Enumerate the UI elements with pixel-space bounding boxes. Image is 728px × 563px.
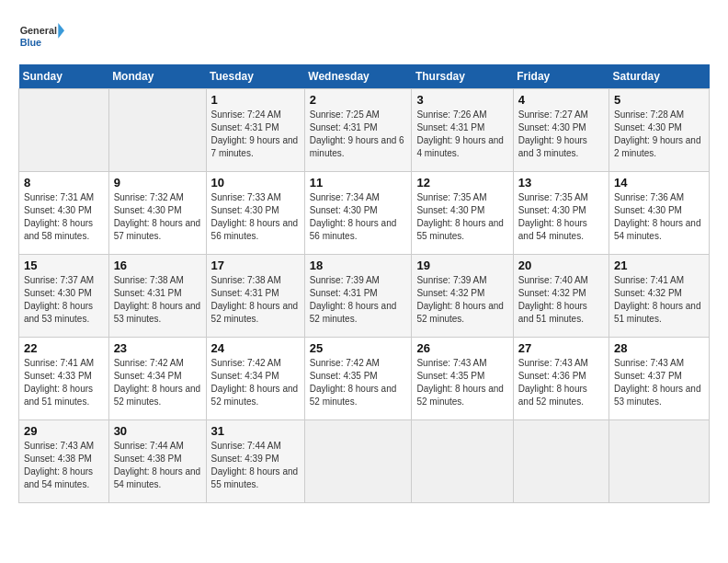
calendar-cell: 31 Sunrise: 7:44 AM Sunset: 4:39 PM Dayl… <box>206 420 304 503</box>
calendar-week-row: 29 Sunrise: 7:43 AM Sunset: 4:38 PM Dayl… <box>19 420 710 503</box>
day-number: 3 <box>416 93 507 107</box>
day-info: Sunrise: 7:42 AM Sunset: 4:34 PM Dayligh… <box>211 357 300 408</box>
day-info: Sunrise: 7:43 AM Sunset: 4:36 PM Dayligh… <box>518 357 604 408</box>
day-number: 22 <box>24 341 104 355</box>
day-number: 20 <box>518 259 604 272</box>
day-number: 11 <box>310 176 407 190</box>
day-number: 4 <box>518 93 604 107</box>
col-header-sunday: Sunday <box>19 64 109 89</box>
calendar-cell <box>513 420 609 503</box>
day-number: 24 <box>211 341 300 355</box>
day-number: 9 <box>114 176 201 190</box>
day-number: 31 <box>211 424 300 438</box>
day-number: 26 <box>416 341 507 355</box>
day-info: Sunrise: 7:34 AM Sunset: 4:30 PM Dayligh… <box>310 191 407 243</box>
calendar-cell: 25 Sunrise: 7:42 AM Sunset: 4:35 PM Dayl… <box>304 338 412 420</box>
calendar-cell: 21 Sunrise: 7:41 AM Sunset: 4:32 PM Dayl… <box>609 255 709 338</box>
day-info: Sunrise: 7:43 AM Sunset: 4:35 PM Dayligh… <box>416 357 507 408</box>
calendar-cell <box>19 89 109 172</box>
calendar-header-row: SundayMondayTuesdayWednesdayThursdayFrid… <box>19 64 710 89</box>
calendar-week-row: 8 Sunrise: 7:31 AM Sunset: 4:30 PM Dayli… <box>19 172 710 255</box>
day-number: 2 <box>310 93 407 107</box>
calendar-cell: 10 Sunrise: 7:33 AM Sunset: 4:30 PM Dayl… <box>206 172 304 255</box>
day-info: Sunrise: 7:44 AM Sunset: 4:38 PM Dayligh… <box>114 440 201 491</box>
day-number: 13 <box>518 176 604 190</box>
day-number: 5 <box>614 93 704 107</box>
day-number: 12 <box>416 176 507 190</box>
calendar-cell: 1 Sunrise: 7:24 AM Sunset: 4:31 PM Dayli… <box>206 89 304 172</box>
day-number: 10 <box>211 176 300 190</box>
calendar-cell: 14 Sunrise: 7:36 AM Sunset: 4:30 PM Dayl… <box>609 172 709 255</box>
day-number: 30 <box>114 424 201 438</box>
calendar-cell: 15 Sunrise: 7:37 AM Sunset: 4:30 PM Dayl… <box>19 255 109 338</box>
col-header-tuesday: Tuesday <box>206 64 304 89</box>
day-info: Sunrise: 7:26 AM Sunset: 4:31 PM Dayligh… <box>416 109 507 160</box>
calendar-cell: 24 Sunrise: 7:42 AM Sunset: 4:34 PM Dayl… <box>206 338 304 420</box>
day-info: Sunrise: 7:40 AM Sunset: 4:32 PM Dayligh… <box>518 274 604 326</box>
col-header-wednesday: Wednesday <box>304 64 412 89</box>
calendar-cell <box>304 420 412 503</box>
day-number: 18 <box>310 259 407 272</box>
calendar-cell <box>412 420 513 503</box>
day-number: 28 <box>614 341 704 355</box>
calendar-cell: 16 Sunrise: 7:38 AM Sunset: 4:31 PM Dayl… <box>108 255 206 338</box>
day-number: 15 <box>24 259 104 272</box>
calendar-cell: 5 Sunrise: 7:28 AM Sunset: 4:30 PM Dayli… <box>609 89 709 172</box>
page-container: General Blue SundayMondayTuesdayWednesda… <box>18 18 710 503</box>
col-header-monday: Monday <box>108 64 206 89</box>
calendar-week-row: 22 Sunrise: 7:41 AM Sunset: 4:33 PM Dayl… <box>19 338 710 420</box>
calendar-cell: 12 Sunrise: 7:35 AM Sunset: 4:30 PM Dayl… <box>412 172 513 255</box>
day-info: Sunrise: 7:42 AM Sunset: 4:34 PM Dayligh… <box>114 357 201 408</box>
calendar-cell: 17 Sunrise: 7:38 AM Sunset: 4:31 PM Dayl… <box>206 255 304 338</box>
calendar-week-row: 15 Sunrise: 7:37 AM Sunset: 4:30 PM Dayl… <box>19 255 710 338</box>
day-info: Sunrise: 7:43 AM Sunset: 4:37 PM Dayligh… <box>614 357 704 408</box>
svg-marker-2 <box>58 23 64 39</box>
calendar-cell: 23 Sunrise: 7:42 AM Sunset: 4:34 PM Dayl… <box>108 338 206 420</box>
day-number: 17 <box>211 259 300 272</box>
calendar-cell: 13 Sunrise: 7:35 AM Sunset: 4:30 PM Dayl… <box>513 172 609 255</box>
day-info: Sunrise: 7:41 AM Sunset: 4:32 PM Dayligh… <box>614 274 704 326</box>
calendar-cell: 8 Sunrise: 7:31 AM Sunset: 4:30 PM Dayli… <box>19 172 109 255</box>
calendar-cell: 11 Sunrise: 7:34 AM Sunset: 4:30 PM Dayl… <box>304 172 412 255</box>
day-info: Sunrise: 7:32 AM Sunset: 4:30 PM Dayligh… <box>114 191 201 243</box>
header: General Blue <box>18 18 710 55</box>
day-number: 23 <box>114 341 201 355</box>
day-info: Sunrise: 7:28 AM Sunset: 4:30 PM Dayligh… <box>614 109 704 160</box>
day-info: Sunrise: 7:31 AM Sunset: 4:30 PM Dayligh… <box>24 191 104 243</box>
calendar-cell: 9 Sunrise: 7:32 AM Sunset: 4:30 PM Dayli… <box>108 172 206 255</box>
calendar-table: SundayMondayTuesdayWednesdayThursdayFrid… <box>18 64 710 503</box>
calendar-cell <box>609 420 709 503</box>
day-number: 25 <box>310 341 407 355</box>
day-info: Sunrise: 7:38 AM Sunset: 4:31 PM Dayligh… <box>211 274 300 326</box>
col-header-saturday: Saturday <box>609 64 709 89</box>
calendar-cell: 28 Sunrise: 7:43 AM Sunset: 4:37 PM Dayl… <box>609 338 709 420</box>
calendar-cell: 22 Sunrise: 7:41 AM Sunset: 4:33 PM Dayl… <box>19 338 109 420</box>
calendar-cell: 4 Sunrise: 7:27 AM Sunset: 4:30 PM Dayli… <box>513 89 609 172</box>
day-info: Sunrise: 7:35 AM Sunset: 4:30 PM Dayligh… <box>518 191 604 243</box>
day-info: Sunrise: 7:35 AM Sunset: 4:30 PM Dayligh… <box>416 191 507 243</box>
day-info: Sunrise: 7:41 AM Sunset: 4:33 PM Dayligh… <box>24 357 104 408</box>
calendar-cell: 29 Sunrise: 7:43 AM Sunset: 4:38 PM Dayl… <box>19 420 109 503</box>
col-header-thursday: Thursday <box>412 64 513 89</box>
day-number: 29 <box>24 424 104 438</box>
day-info: Sunrise: 7:44 AM Sunset: 4:39 PM Dayligh… <box>211 440 300 491</box>
day-number: 21 <box>614 259 704 272</box>
day-info: Sunrise: 7:38 AM Sunset: 4:31 PM Dayligh… <box>114 274 201 326</box>
day-number: 27 <box>518 341 604 355</box>
day-info: Sunrise: 7:39 AM Sunset: 4:32 PM Dayligh… <box>416 274 507 326</box>
calendar-week-row: 1 Sunrise: 7:24 AM Sunset: 4:31 PM Dayli… <box>19 89 710 172</box>
calendar-cell: 19 Sunrise: 7:39 AM Sunset: 4:32 PM Dayl… <box>412 255 513 338</box>
day-info: Sunrise: 7:33 AM Sunset: 4:30 PM Dayligh… <box>211 191 300 243</box>
svg-text:General: General <box>20 25 57 36</box>
day-info: Sunrise: 7:24 AM Sunset: 4:31 PM Dayligh… <box>211 109 300 160</box>
calendar-cell: 20 Sunrise: 7:40 AM Sunset: 4:32 PM Dayl… <box>513 255 609 338</box>
day-number: 14 <box>614 176 704 190</box>
col-header-friday: Friday <box>513 64 609 89</box>
calendar-cell <box>108 89 206 172</box>
calendar-cell: 3 Sunrise: 7:26 AM Sunset: 4:31 PM Dayli… <box>412 89 513 172</box>
day-info: Sunrise: 7:37 AM Sunset: 4:30 PM Dayligh… <box>24 274 104 326</box>
day-info: Sunrise: 7:36 AM Sunset: 4:30 PM Dayligh… <box>614 191 704 243</box>
logo-svg: General Blue <box>18 18 64 55</box>
calendar-cell: 26 Sunrise: 7:43 AM Sunset: 4:35 PM Dayl… <box>412 338 513 420</box>
calendar-cell: 2 Sunrise: 7:25 AM Sunset: 4:31 PM Dayli… <box>304 89 412 172</box>
